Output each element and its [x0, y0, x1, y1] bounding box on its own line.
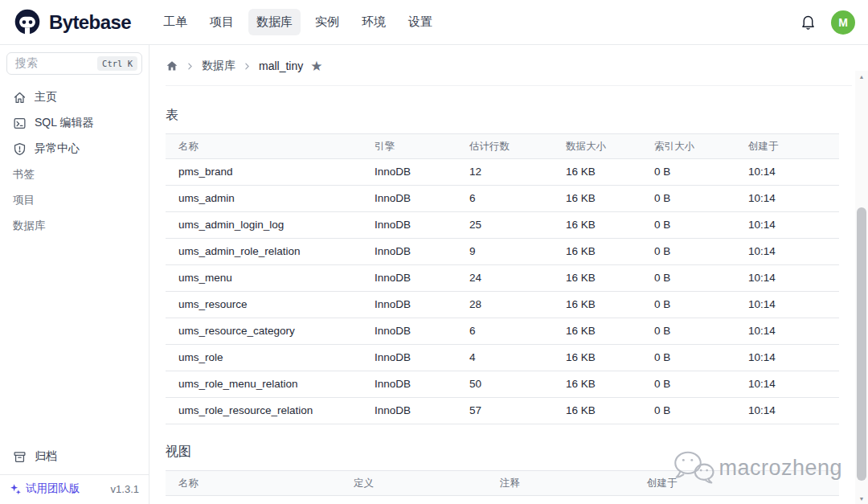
table-row[interactable]: ums_menuInnoDB2416 KB0 B10:14	[166, 265, 839, 292]
search-input[interactable]: 搜索 Ctrl K	[6, 52, 142, 75]
table-row[interactable]: ums_admin_login_logInnoDB2516 KB0 B10:14	[166, 212, 839, 239]
upgrade-plan-button[interactable]: 试用团队版	[10, 481, 80, 496]
table-cell: 6	[457, 186, 553, 212]
table-cell: 16 KB	[553, 345, 641, 371]
breadcrumb-separator-icon	[186, 62, 194, 71]
sidebar-item-archive[interactable]: 归档	[0, 444, 149, 469]
favorite-star-icon[interactable]: ★	[310, 59, 322, 73]
table-cell: InnoDB	[362, 239, 457, 265]
table-cell: 0 B	[641, 345, 735, 371]
main-nav: 工单 项目 数据库 实例 环境 设置	[155, 9, 440, 35]
notification-bell-icon[interactable]	[800, 14, 817, 31]
tables-header-row: 名称 引擎 估计行数 数据大小 索引大小 创建于	[166, 134, 839, 159]
version-label: v1.3.1	[111, 483, 139, 495]
table-row[interactable]: ums_admin_role_relationInnoDB916 KB0 B10…	[166, 239, 839, 265]
views-table: 名称 定义 注释 创建于	[166, 470, 839, 496]
vertical-scrollbar[interactable]: ▲ ▼	[855, 71, 868, 504]
table-cell: ums_admin_login_log	[166, 212, 362, 239]
table-cell: pms_brand	[166, 159, 362, 186]
table-cell: 10:14	[735, 186, 839, 212]
table-cell: 4	[457, 345, 553, 371]
column-header-index-size: 索引大小	[641, 134, 735, 159]
table-row[interactable]: ums_roleInnoDB416 KB0 B10:14	[166, 345, 839, 371]
table-row[interactable]: ums_resourceInnoDB2816 KB0 B10:14	[166, 292, 839, 318]
sidebar-item-label: SQL 编辑器	[35, 116, 93, 130]
table-cell: 9	[457, 239, 553, 265]
table-cell: ums_role	[166, 345, 362, 371]
table-cell: 10:14	[735, 265, 839, 292]
nav-item-instances[interactable]: 实例	[307, 9, 347, 35]
sidebar-section-databases[interactable]: 数据库	[0, 213, 149, 239]
nav-item-settings[interactable]: 设置	[400, 9, 440, 35]
table-row[interactable]: ums_role_menu_relationInnoDB5016 KB0 B10…	[166, 371, 839, 398]
table-cell: 16 KB	[553, 186, 641, 212]
brand-name: Bytebase	[49, 11, 131, 34]
table-cell: 0 B	[641, 371, 735, 398]
search-shortcut-badge: Ctrl K	[97, 56, 137, 71]
bytebase-logo[interactable]: Bytebase	[13, 8, 131, 37]
table-cell: InnoDB	[362, 212, 457, 239]
table-cell: 10:14	[735, 345, 839, 371]
table-cell: 0 B	[641, 292, 735, 318]
table-cell: ums_role_menu_relation	[166, 371, 362, 398]
scroll-down-button[interactable]: ▼	[855, 493, 868, 504]
breadcrumb-current-database: mall_tiny	[259, 59, 303, 72]
column-header-row-estimate: 估计行数	[457, 134, 553, 159]
table-cell: 16 KB	[553, 212, 641, 239]
table-cell: 16 KB	[553, 265, 641, 292]
table-row[interactable]: pms_brandInnoDB1216 KB0 B10:14	[166, 159, 839, 186]
sparkles-icon	[10, 483, 22, 495]
breadcrumb-databases-link[interactable]: 数据库	[202, 59, 235, 73]
table-row[interactable]: ums_resource_categoryInnoDB616 KB0 B10:1…	[166, 318, 839, 345]
nav-item-environments[interactable]: 环境	[354, 9, 394, 35]
table-cell: 10:14	[735, 292, 839, 318]
scroll-thumb[interactable]	[857, 207, 866, 481]
breadcrumb: 数据库 mall_tiny ★	[149, 45, 868, 85]
scroll-up-button[interactable]: ▲	[855, 71, 868, 82]
table-cell: 10:14	[735, 239, 839, 265]
table-cell: 25	[457, 212, 553, 239]
table-cell: InnoDB	[362, 371, 457, 398]
sidebar-item-home[interactable]: 主页	[0, 84, 149, 110]
table-cell: 16 KB	[553, 292, 641, 318]
table-cell: InnoDB	[362, 159, 457, 186]
search-placeholder: 搜索	[15, 56, 38, 71]
nav-item-issues[interactable]: 工单	[155, 9, 195, 35]
top-navbar: Bytebase 工单 项目 数据库 实例 环境 设置 M	[0, 0, 868, 45]
table-cell: InnoDB	[362, 292, 457, 318]
table-cell: 0 B	[641, 265, 735, 292]
table-cell: InnoDB	[362, 265, 457, 292]
column-header-name: 名称	[166, 134, 362, 159]
views-header-row: 名称 定义 注释 创建于	[166, 471, 839, 496]
sidebar-section-bookmarks[interactable]: 书签	[0, 162, 149, 187]
table-cell: 16 KB	[553, 159, 641, 186]
scroll-track[interactable]	[855, 82, 868, 493]
sidebar-section-projects[interactable]: 项目	[0, 187, 149, 213]
nav-item-projects[interactable]: 项目	[202, 9, 242, 35]
shield-alert-icon	[13, 142, 27, 156]
table-cell: 12	[457, 159, 553, 186]
table-cell: ums_resource	[166, 292, 362, 318]
table-cell: ums_admin_role_relation	[166, 239, 362, 265]
column-header-comment: 注释	[487, 471, 634, 496]
nav-item-databases[interactable]: 数据库	[248, 9, 301, 35]
sidebar-item-sql-editor[interactable]: SQL 编辑器	[0, 110, 149, 136]
sidebar-item-anomaly-center[interactable]: 异常中心	[0, 136, 149, 162]
table-row[interactable]: ums_role_resource_relationInnoDB5716 KB0…	[166, 398, 839, 424]
terminal-icon	[13, 117, 27, 130]
user-avatar[interactable]: M	[831, 10, 855, 35]
table-cell: 16 KB	[553, 371, 641, 398]
table-cell: 16 KB	[553, 239, 641, 265]
table-row[interactable]: ums_adminInnoDB616 KB0 B10:14	[166, 186, 839, 212]
tables-section-title: 表	[166, 107, 852, 124]
breadcrumb-home-icon[interactable]	[166, 59, 178, 72]
table-cell: 10:14	[735, 159, 839, 186]
column-header-data-size: 数据大小	[553, 134, 641, 159]
table-cell: 6	[457, 318, 553, 345]
plan-row: 试用团队版 v1.3.1	[0, 474, 149, 504]
table-cell: 10:14	[735, 212, 839, 239]
table-cell: InnoDB	[362, 345, 457, 371]
table-cell: 10:14	[735, 398, 839, 424]
table-cell: ums_role_resource_relation	[166, 398, 362, 424]
column-header-engine: 引擎	[362, 134, 457, 159]
